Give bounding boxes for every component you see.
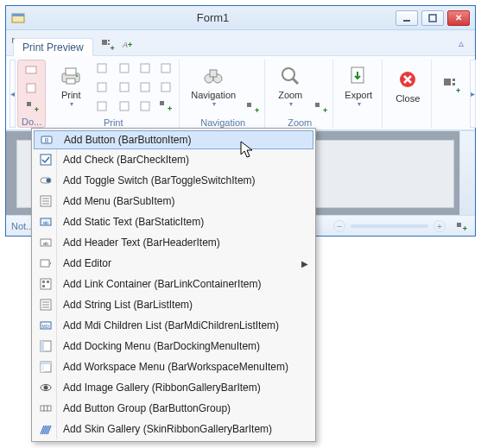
navigation-button[interactable]: Navigation▾ (185, 60, 242, 111)
ribbon-collapse-button[interactable]: ▵ (451, 34, 472, 53)
print-g5[interactable] (136, 79, 155, 96)
svg-point-47 (47, 179, 51, 183)
svg-rect-17 (98, 64, 106, 73)
print-opt3[interactable] (92, 98, 111, 115)
menu-item[interactable]: abAdd Static Text (BarStaticItem) (34, 211, 313, 232)
window-title: Form1 (30, 11, 396, 24)
menu-item[interactable]: Add Skin Gallery (SkinRibbonGalleryBarIt… (34, 419, 313, 439)
menu-item[interactable]: Add Image Gallery (RibbonGalleryBarItem) (34, 377, 313, 398)
print-opt2[interactable] (92, 79, 111, 96)
print-g4[interactable] (115, 79, 134, 96)
ribbon-group-close: Close . (384, 60, 432, 128)
ribbon-add-group[interactable]: + (437, 60, 465, 111)
close-window-button[interactable]: ✕ (447, 10, 470, 26)
file-open-button[interactable] (22, 60, 41, 78)
string-list-icon (37, 296, 54, 313)
svg-rect-57 (41, 279, 51, 289)
print-add-button[interactable]: + (156, 98, 174, 115)
zoom-in-icon[interactable]: + (434, 220, 446, 232)
link-container-icon (37, 275, 54, 293)
menu-item-label: Add Workspace Menu (BarWorkspaceMenuItem… (63, 361, 296, 373)
print-g2[interactable] (136, 60, 155, 77)
zoom-control[interactable]: − + (333, 220, 446, 232)
menu-item-label: Add Skin Gallery (SkinRibbonGalleryBarIt… (63, 423, 296, 435)
maximize-button[interactable] (421, 10, 444, 26)
zoom-add-button[interactable]: + (312, 99, 329, 117)
menu-item[interactable]: Add String List (BarListItem) (34, 294, 313, 315)
zoom-slider[interactable] (351, 224, 428, 228)
ribbon-group-print-label: Print (51, 117, 175, 128)
menu-item-label: Add Menu (BarSubItem) (63, 195, 296, 207)
print-opt1[interactable] (92, 60, 111, 77)
svg-text:B: B (45, 137, 49, 143)
svg-point-33 (282, 68, 294, 80)
menu-item[interactable]: Add Link Container (BarLinkContainerItem… (34, 274, 313, 294)
svg-rect-35 (315, 103, 320, 107)
tab-add-button[interactable]: + (97, 35, 117, 54)
nav-add-button[interactable]: + (244, 99, 261, 117)
svg-rect-24 (141, 83, 149, 91)
svg-rect-27 (141, 102, 149, 110)
svg-rect-3 (429, 15, 436, 22)
print-g1[interactable] (115, 60, 134, 77)
svg-line-34 (293, 79, 298, 84)
ribbon-scroll-left[interactable]: ◂ (9, 60, 16, 128)
magnifier-icon (278, 64, 302, 88)
svg-rect-9 (108, 43, 110, 45)
print-g3[interactable] (156, 60, 175, 77)
menu-item[interactable]: Add Docking Menu (BarDockingMenuItem) (34, 336, 313, 357)
svg-point-73 (44, 386, 48, 390)
tab-abc-button[interactable]: A+ (117, 35, 138, 54)
menu-item[interactable]: MDIAdd Mdi Children List (BarMdiChildren… (34, 315, 313, 336)
menu-item-label: Add Image Gallery (RibbonGalleryBarItem) (63, 382, 296, 394)
svg-text:ab: ab (43, 220, 49, 225)
svg-rect-23 (120, 83, 129, 91)
export-button[interactable]: Export▾ (339, 60, 378, 111)
print-g7[interactable] (115, 98, 134, 115)
gallery-icon (37, 379, 54, 396)
zoom-out-icon[interactable]: − (333, 220, 345, 232)
header-text-icon: ab (37, 234, 54, 251)
svg-rect-60 (42, 285, 45, 287)
zoom-button[interactable]: Zoom▾ (270, 60, 310, 111)
file-save-button[interactable] (22, 79, 41, 97)
svg-rect-70 (41, 362, 51, 364)
svg-rect-1 (12, 14, 24, 16)
menu-item[interactable]: abAdd Header Text (BarHeaderItem) (34, 232, 313, 253)
zoom-label: Zoom (278, 90, 302, 100)
vertical-scrollbar[interactable] (459, 131, 475, 215)
svg-rect-76 (47, 406, 51, 411)
tab-print-preview[interactable]: Print Preview (13, 38, 93, 56)
menu-item[interactable]: Add Menu (BarSubItem) (34, 191, 313, 211)
ribbon-group-extra: + . (434, 60, 468, 128)
svg-rect-2 (403, 20, 410, 22)
menu-item[interactable]: Add Toggle Switch (BarToggleSwitchItem) (34, 170, 313, 191)
menu-item[interactable]: Add Button Group (BarButtonGroup) (34, 398, 313, 419)
ribbon-group-zoom: Zoom▾ + Zoom (267, 60, 333, 128)
close-button[interactable]: Close (388, 60, 427, 111)
print-label: Print (61, 90, 81, 100)
status-add-right[interactable]: + (453, 218, 470, 236)
print-g6[interactable] (156, 79, 175, 96)
menu-item[interactable]: Add Workspace Menu (BarWorkspaceMenuItem… (34, 357, 313, 377)
svg-rect-10 (26, 66, 36, 73)
menu-item-label: Add Button (BarButtonItem) (64, 134, 295, 146)
svg-rect-8 (108, 40, 110, 41)
menu-item[interactable]: BAdd Button (BarButtonItem) (34, 130, 313, 149)
ribbon-scroll-right[interactable]: ▸ (470, 60, 476, 128)
workspace-icon (37, 358, 54, 375)
print-button[interactable]: Print▾ (51, 60, 91, 111)
svg-rect-75 (44, 406, 47, 411)
svg-point-16 (76, 74, 78, 76)
menu-item[interactable]: Add Check (BarCheckItem) (34, 149, 313, 170)
context-menu: BAdd Button (BarButtonItem)Add Check (Ba… (31, 128, 316, 442)
minimize-button[interactable] (396, 10, 418, 26)
menu-item[interactable]: Add Editor▶ (34, 253, 313, 274)
svg-rect-18 (98, 83, 106, 91)
editor-icon (37, 255, 54, 272)
svg-rect-20 (120, 64, 129, 73)
file-add-button[interactable]: + (23, 98, 41, 116)
print-g8[interactable] (136, 98, 155, 115)
svg-rect-45 (41, 155, 51, 165)
svg-rect-7 (102, 40, 107, 45)
